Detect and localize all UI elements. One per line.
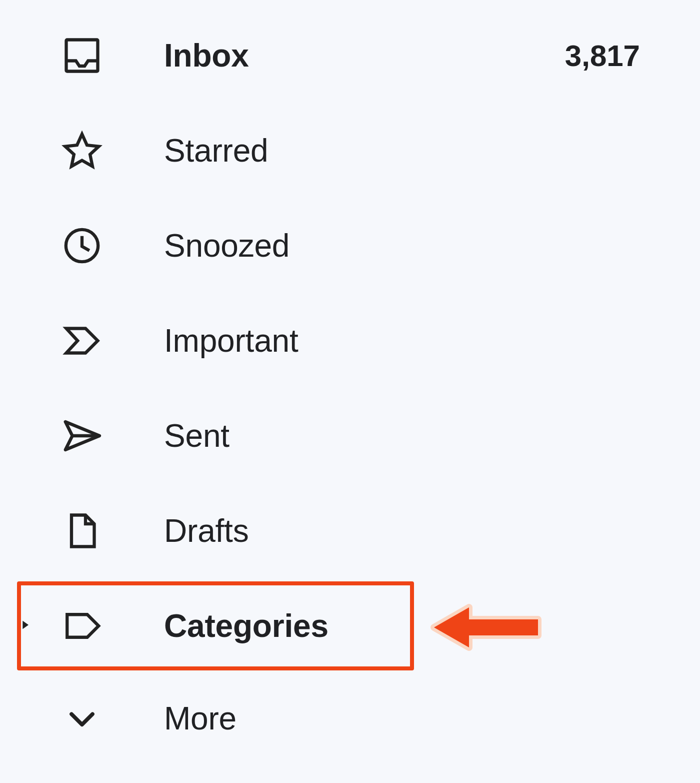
sidebar-item-important[interactable]: Important — [0, 293, 700, 388]
sidebar-item-label: Important — [164, 322, 298, 359]
sidebar-item-label: Inbox — [164, 37, 249, 74]
sidebar-item-sent[interactable]: Sent — [0, 388, 700, 483]
sidebar-item-drafts[interactable]: Drafts — [0, 483, 700, 578]
sidebar-item-more[interactable]: More — [0, 673, 700, 763]
clock-icon — [60, 224, 104, 268]
sidebar-item-label: Drafts — [164, 512, 249, 549]
sidebar-item-label: Sent — [164, 417, 230, 454]
important-icon — [60, 319, 104, 363]
label-icon — [60, 604, 104, 648]
expand-caret-icon[interactable] — [18, 618, 32, 634]
star-icon — [60, 129, 104, 173]
sidebar-item-categories[interactable]: Categories — [0, 578, 700, 673]
sidebar-item-label: Starred — [164, 132, 268, 169]
mail-sidebar: Inbox 3,817 Starred Snoozed Important — [0, 0, 700, 763]
inbox-icon — [60, 34, 104, 78]
chevron-down-icon — [60, 696, 104, 740]
sidebar-item-label: Categories — [164, 607, 328, 644]
sidebar-item-count: 3,817 — [565, 39, 640, 73]
file-icon — [60, 509, 104, 553]
sidebar-item-label: More — [164, 700, 236, 737]
sidebar-item-label: Snoozed — [164, 227, 290, 264]
sidebar-item-inbox[interactable]: Inbox 3,817 — [0, 8, 700, 103]
sidebar-item-starred[interactable]: Starred — [0, 103, 700, 198]
sidebar-item-snoozed[interactable]: Snoozed — [0, 198, 700, 293]
send-icon — [60, 414, 104, 458]
